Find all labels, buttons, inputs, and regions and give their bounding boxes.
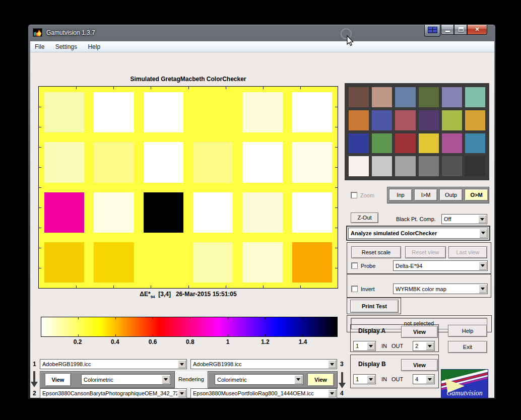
- z-out-button[interactable]: Z-Out: [351, 213, 378, 223]
- axis-tick: [39, 107, 41, 107]
- last-view-button[interactable]: Last view: [448, 246, 487, 258]
- dropdown-arrow-icon[interactable]: [479, 285, 487, 293]
- outp-button[interactable]: Outp: [439, 189, 463, 201]
- axis-tick: [335, 147, 338, 148]
- dropdown-arrow-icon[interactable]: [479, 229, 487, 238]
- close-button[interactable]: ✕: [467, 25, 487, 35]
- reset-scale-button[interactable]: Reset scale: [351, 246, 401, 258]
- app-icon: [33, 28, 42, 37]
- axis-tick: [228, 334, 228, 336]
- color-patch: [44, 142, 84, 182]
- dock-icon: [428, 27, 437, 33]
- black-pt-comp-select[interactable]: Off: [441, 214, 487, 224]
- dock-button[interactable]: [424, 25, 440, 37]
- reference-color-patch: [395, 110, 415, 130]
- print-test-button[interactable]: Print Test: [350, 300, 399, 313]
- profile-4-select[interactable]: Epson3880MuseoPortfolioRag800_1444OEM.ic…: [190, 388, 337, 398]
- reference-color-patch: [395, 156, 415, 176]
- display-b-out-select[interactable]: 4: [413, 374, 435, 384]
- display-b-view-button[interactable]: View: [401, 359, 438, 371]
- dropdown-arrow-icon[interactable]: [294, 375, 302, 384]
- profile-4-number: 4: [340, 390, 344, 397]
- colorbar-tick-label: 1: [226, 338, 230, 345]
- invert-label: Invert: [361, 286, 375, 292]
- display-a-view-button[interactable]: View: [401, 326, 438, 338]
- color-patch: [193, 192, 233, 233]
- dropdown-arrow-icon[interactable]: [426, 342, 434, 350]
- caption-datetime: 26-Mar-2015 15:51:05: [176, 291, 237, 298]
- invert-checkbox[interactable]: [351, 286, 358, 292]
- minimize-button[interactable]: [441, 25, 454, 35]
- probe-label: Probe: [361, 263, 375, 269]
- analysis-value: Analyze simulated ColorChecker: [351, 230, 479, 236]
- color-patch: [193, 242, 233, 283]
- zoom-checkbox[interactable]: [351, 192, 357, 198]
- colorchecker-grid: [39, 87, 338, 288]
- reference-color-patch: [349, 133, 369, 154]
- display-a-in-value: 1: [356, 343, 366, 349]
- colorchecker-chart[interactable]: [38, 86, 338, 289]
- axis-tick: [302, 334, 303, 336]
- profile-3-select[interactable]: AdobeRGB1998.icc: [190, 359, 337, 369]
- analysis-select[interactable]: Analyze simulated ColorChecker: [348, 228, 488, 239]
- axis-tick: [335, 107, 338, 107]
- dropdown-arrow-icon[interactable]: [162, 375, 170, 384]
- reference-color-patch: [465, 133, 485, 154]
- inp-button[interactable]: Inp: [389, 189, 412, 201]
- display-b-in-select[interactable]: 1: [353, 374, 376, 384]
- exit-button[interactable]: Exit: [448, 341, 487, 353]
- axis-tick: [226, 286, 226, 288]
- reference-color-patch: [419, 156, 439, 176]
- reference-colorchecker[interactable]: [345, 83, 489, 180]
- reference-color-patch: [349, 156, 369, 176]
- profile-1-select[interactable]: AdobeRGB1998.icc: [40, 359, 187, 369]
- colorbar-tick-label: 1.4: [299, 338, 307, 345]
- view-right-button[interactable]: View: [307, 373, 334, 386]
- maximize-button[interactable]: [454, 25, 467, 35]
- axis-tick: [39, 228, 41, 228]
- intent-left-select[interactable]: Colorimetric: [81, 374, 171, 385]
- probe-metric-select[interactable]: Delta-E*94: [393, 260, 488, 271]
- axis-tick: [335, 167, 338, 168]
- dropdown-arrow-icon[interactable]: [178, 360, 186, 368]
- profile-2-select[interactable]: Epson3880CansonBarytaPhotographiqueOEM_3…: [40, 388, 187, 398]
- axis-tick: [263, 286, 264, 288]
- dropdown-arrow-icon[interactable]: [479, 261, 487, 270]
- view-left-button[interactable]: View: [45, 373, 71, 386]
- axis-tick: [39, 147, 41, 148]
- close-icon: ✕: [468, 26, 487, 33]
- dropdown-arrow-icon[interactable]: [478, 215, 486, 223]
- dropdown-arrow-icon[interactable]: [178, 389, 186, 397]
- title-bar[interactable]: Gamutvision 1.3.7 ✕: [28, 25, 495, 41]
- axis-tick: [151, 87, 151, 89]
- menu-file[interactable]: File: [30, 41, 49, 52]
- axis-tick: [190, 334, 190, 336]
- output-to-monitor-button[interactable]: O>M: [465, 189, 488, 201]
- flow-arrow-left-icon: [31, 371, 38, 387]
- reference-color-patch: [349, 110, 369, 130]
- display-a-inout-label: IN OUT: [381, 343, 403, 349]
- black-pt-comp-label: Black Pt. Comp.: [396, 216, 436, 222]
- menu-help[interactable]: Help: [83, 41, 105, 52]
- logo-text: Gamutvision: [441, 389, 488, 397]
- help-button[interactable]: Help: [448, 325, 487, 337]
- display-a-in-select[interactable]: 1: [353, 341, 376, 351]
- dropdown-arrow-icon[interactable]: [367, 342, 375, 350]
- dropdown-arrow-icon[interactable]: [367, 375, 375, 383]
- input-to-monitor-button[interactable]: I>M: [414, 189, 437, 201]
- dropdown-arrow-icon[interactable]: [328, 360, 336, 368]
- intent-right-select[interactable]: Colorimetric: [215, 374, 303, 385]
- dropdown-arrow-icon[interactable]: [328, 389, 336, 397]
- dropdown-arrow-icon[interactable]: [426, 375, 434, 383]
- colorbar-tick-label: 1.2: [261, 338, 270, 345]
- reference-color-patch: [465, 156, 485, 176]
- menu-settings[interactable]: Settings: [51, 41, 82, 52]
- colormap-select[interactable]: WYRMBK color map: [393, 284, 488, 294]
- color-patch: [193, 92, 233, 132]
- reset-view-button[interactable]: Reset view: [405, 246, 446, 258]
- display-a-out-select[interactable]: 2: [413, 341, 435, 351]
- probe-checkbox[interactable]: [351, 262, 358, 269]
- profile-4-value: Epson3880MuseoPortfolioRag800_1444OEM.ic…: [193, 390, 328, 396]
- display-a-title: Display A: [358, 327, 385, 334]
- axis-tick: [300, 286, 301, 288]
